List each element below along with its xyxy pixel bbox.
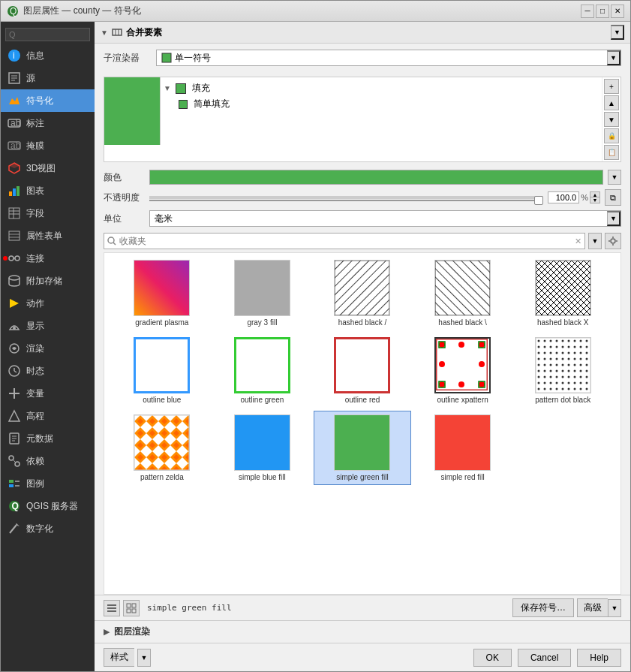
sidebar-item-fields-label: 字段 [26, 207, 44, 220]
advanced-arrow-btn[interactable]: ▼ [608, 599, 621, 617]
symbol-item-hashed-backslash[interactable]: hashed black \ [414, 256, 512, 330]
sidebar-item-action[interactable]: 动作 [1, 292, 95, 315]
sidebar-item-attrtable[interactable]: 属性表单 [1, 225, 95, 247]
color-dropdown-btn[interactable]: ▼ [608, 170, 621, 185]
list-view-btn[interactable] [104, 600, 120, 616]
color-bar[interactable] [149, 170, 603, 185]
symbol-item-gray3fill[interactable]: gray 3 fill [214, 256, 311, 330]
library-dropdown-btn[interactable]: ▼ [588, 233, 602, 249]
help-btn[interactable]: Help [577, 649, 621, 667]
sidebar-item-info-label: 信息 [26, 50, 44, 62]
symbol-item-outline-blue[interactable]: outline blue [113, 333, 211, 408]
subrenderer-combo[interactable]: 单一符号 ▼ [156, 50, 621, 66]
advanced-btn[interactable]: 高级 [577, 598, 608, 617]
footer-right: OK Cancel Help [473, 649, 621, 667]
sidebar-item-qgisservice-label: QGIS 服务器 [26, 500, 78, 513]
symbol-item-hashed-x[interactable]: hashed black X [514, 256, 611, 330]
titlebar-buttons: ─ □ ✕ [581, 5, 624, 18]
sidebar-item-qgisservice[interactable]: Q QGIS 服务器 [1, 495, 95, 517]
sidebar-item-connect-label: 连接 [26, 252, 44, 265]
labels-icon: abc [7, 116, 22, 131]
sidebar-search-input[interactable] [5, 28, 90, 41]
sidebar-item-display[interactable]: 显示 [1, 315, 95, 337]
cancel-btn[interactable]: Cancel [518, 649, 571, 667]
sidebar-item-digitize[interactable]: 数字化 [1, 517, 95, 540]
symbol-item-hashed-slash[interactable]: hashed black / [314, 256, 411, 330]
outline-green-label: outline green [240, 396, 284, 404]
tree-buttons: + ▲ ▼ 🔒 📋 [602, 77, 620, 161]
ok-btn[interactable]: OK [473, 649, 512, 667]
unit-dropdown-btn[interactable]: ▼ [607, 211, 620, 226]
advanced-btn-group: 高级 ▼ [577, 598, 621, 617]
svg-rect-90 [107, 607, 116, 609]
svg-point-56 [108, 237, 114, 243]
close-button[interactable]: ✕ [611, 5, 624, 18]
maximize-button[interactable]: □ [596, 5, 609, 18]
outline-blue-label: outline blue [143, 396, 181, 404]
symbol-item-green-fill[interactable]: simple green fill [314, 411, 411, 485]
symbol-item-outline-xpattern[interactable]: outline xpattern [414, 333, 512, 408]
sidebar-item-legend[interactable]: 图例 [1, 472, 95, 495]
sidebar-item-3dview[interactable]: 3D视图 [1, 157, 95, 179]
sidebar-item-mask[interactable]: abo 掩膜 [1, 134, 95, 157]
sidebar-item-elevation[interactable]: 高程 [1, 405, 95, 427]
hashed-backslash-svg [435, 261, 490, 315]
symbol-item-blue-fill[interactable]: simple blue fill [214, 411, 311, 485]
header-dropdown-btn[interactable]: ▼ [611, 25, 624, 40]
symbology-icon [7, 93, 22, 108]
sidebar-item-fields[interactable]: 字段 [1, 202, 95, 225]
symbol-item-outline-red[interactable]: outline red [314, 333, 411, 408]
connect-icon [7, 251, 22, 266]
sidebar-item-symbology[interactable]: 符号化 [1, 89, 95, 112]
symbol-item-gradient-plasma[interactable]: gradient plasma [113, 256, 211, 330]
svg-rect-14 [9, 191, 12, 196]
tree-add-btn[interactable]: + [604, 79, 619, 94]
hashed-x-svg [536, 261, 590, 315]
sidebar-item-depend[interactable]: 依赖 [1, 450, 95, 472]
library-search-input[interactable] [119, 236, 572, 246]
tree-up-btn[interactable]: ▲ [604, 95, 619, 110]
symbol-item-outline-green[interactable]: outline green [214, 333, 311, 408]
opacity-copy-btn[interactable]: ⧉ [605, 189, 621, 206]
sidebar-item-time[interactable]: 时态 [1, 360, 95, 382]
tree-copy-btn[interactable]: 📋 [604, 145, 619, 160]
symbol-item-red-fill[interactable]: simple red fill [414, 411, 512, 485]
sidebar-item-info[interactable]: i 信息 [1, 44, 95, 67]
library-settings-btn[interactable] [605, 233, 621, 249]
style-arrow-btn[interactable]: ▼ [137, 649, 151, 667]
sidebar-item-variable[interactable]: 变量 [1, 382, 95, 405]
svg-point-76 [479, 361, 485, 367]
time-icon [7, 363, 22, 378]
sidebar-item-render[interactable]: 渲染 [1, 337, 95, 360]
minimize-button[interactable]: ─ [581, 5, 594, 18]
tree-content: ▼ 填充 简单填充 [161, 77, 602, 161]
opacity-down-btn[interactable]: ▼ [590, 197, 600, 203]
unit-combo[interactable]: 毫米 ▼ [149, 210, 621, 227]
symbol-item-zelda[interactable]: pattern zelda [113, 411, 211, 485]
sidebar-item-source[interactable]: 源 [1, 67, 95, 89]
subrenderer-dropdown-btn[interactable]: ▼ [607, 50, 620, 65]
svg-rect-55 [162, 53, 171, 62]
library-search-container: ✕ [104, 233, 585, 249]
slider-thumb[interactable] [534, 196, 543, 205]
sidebar-item-auxstorage[interactable]: 附加存储 [1, 270, 95, 292]
symbol-tree-container: ▼ 填充 简单填充 + ▲ ▼ 🔒 📋 [104, 77, 621, 162]
simple-fill-icon [179, 100, 188, 109]
svg-rect-92 [127, 604, 131, 607]
sidebar-item-labels[interactable]: abc 标注 [1, 112, 95, 134]
library-clear-btn[interactable]: ✕ [575, 237, 581, 246]
sidebar-item-chart[interactable]: 图表 [1, 179, 95, 202]
save-symbol-btn[interactable]: 保存符号… [512, 598, 574, 617]
tree-lock-btn[interactable]: 🔒 [604, 128, 619, 143]
layer-render-arrow[interactable]: ▶ [104, 627, 110, 637]
opacity-up-btn[interactable]: ▲ [590, 191, 600, 197]
grid-view-btn[interactable] [123, 600, 140, 616]
sidebar-item-metadata[interactable]: 元数据 [1, 427, 95, 450]
sidebar-item-connect[interactable]: 连接 [1, 247, 95, 270]
style-btn[interactable]: 样式 [104, 648, 134, 667]
opacity-input[interactable] [548, 191, 579, 203]
symbol-item-dot-pattern[interactable]: pattern dot black [514, 333, 611, 408]
tree-down-btn[interactable]: ▼ [604, 112, 619, 127]
opacity-slider[interactable] [149, 196, 543, 199]
symbol-grid[interactable]: gradient plasma gray 3 fill [104, 252, 621, 595]
